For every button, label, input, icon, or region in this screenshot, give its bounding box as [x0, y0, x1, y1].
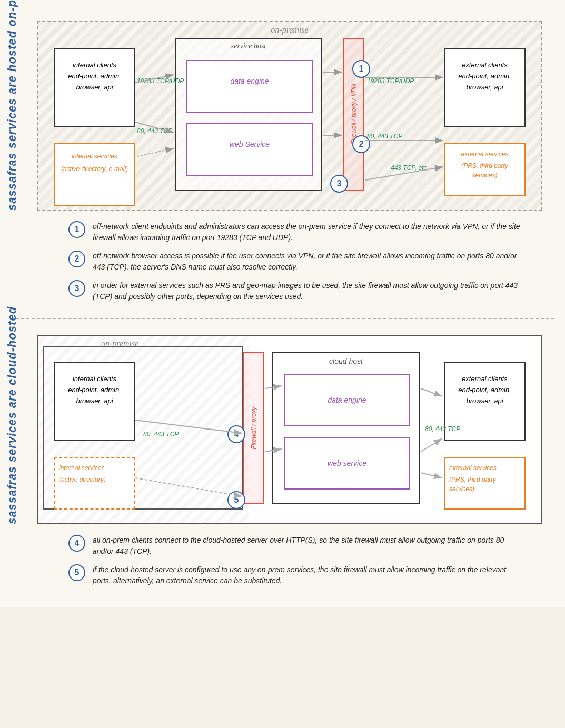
int-services-sub-1: (active directory, e-mail): [59, 164, 130, 174]
external-services-box-1: external services (PRS, third party serv…: [444, 143, 526, 196]
firewall-label-2: Firewall / proxy: [250, 407, 257, 450]
section-cloud-hosted: sassafras services are cloud-hosted on-p…: [5, 335, 560, 586]
annotation-item-5: 5 if the cloud-hosted server is configur…: [68, 564, 560, 586]
external-services-box-2: external services (PRS, third party serv…: [444, 457, 526, 510]
port-left-top-1: 19283 TCP/UDP: [137, 77, 184, 85]
internal-services-box-2: internal services (active directory): [54, 457, 135, 510]
side-label-2: sassafras services are cloud-hosted: [5, 345, 19, 524]
svg-line-16: [421, 438, 442, 452]
port-left-2: 80, 443 TCP: [143, 431, 179, 438]
ext-clients-line2-2: end-point, admin,: [450, 385, 519, 396]
ext-clients-line1-2: external clients: [450, 374, 519, 385]
service-host-label: service host: [231, 42, 266, 51]
circle-5-diagram: 5: [227, 491, 245, 509]
annotation-text-3: in order for external services such as P…: [93, 280, 524, 302]
annotation-item-1: 1 off-network client endpoints and admin…: [68, 221, 560, 243]
data-engine-label-1: data engine: [187, 61, 312, 85]
annotation-text-4: all on-prem clients connect to the cloud…: [93, 535, 524, 557]
circle-4-diagram: 4: [227, 425, 245, 443]
annotation-text-5: if the cloud-hosted server is configured…: [93, 564, 524, 586]
annotation-list-1: 1 off-network client endpoints and admin…: [68, 221, 560, 302]
int-clients-line2: end-point, admin,: [60, 71, 129, 82]
diagram-area-1: on-premise internal clients end-point, a…: [37, 21, 542, 211]
circle-2-diagram: 2: [352, 135, 370, 153]
int-clients-line3: browser, api: [60, 82, 129, 93]
ext-clients-line3-1: browser, api: [450, 82, 519, 93]
circle-3-diagram: 3: [330, 175, 348, 193]
page: sassafras services are hosted on-premise…: [0, 0, 565, 607]
ext-services-sub-2: (PRS, third party services): [449, 475, 520, 494]
firewall-label-1: Firewall / proxy / VPN: [350, 84, 358, 144]
ext-clients-line2-1: end-point, admin,: [450, 71, 519, 82]
int-clients-line1-2: internal clients: [60, 374, 129, 385]
svg-line-17: [421, 473, 442, 478]
annotation-circle-3: 3: [68, 280, 85, 297]
int-clients-line3-2: browser, api: [60, 396, 129, 407]
separator: [11, 318, 554, 319]
internal-services-box-1: internal services (active directory, e-m…: [54, 143, 135, 206]
internal-clients-box-2: internal clients end-point, admin, brows…: [54, 362, 135, 441]
annotation-item-3: 3 in order for external services such as…: [68, 280, 560, 302]
annotation-circle-4: 4: [68, 535, 85, 552]
annotation-circle-5: 5: [68, 564, 85, 581]
cloud-host-label: cloud host: [273, 357, 419, 365]
web-service-box-1: web Service: [186, 123, 313, 176]
port-ext-services-1: 443 TCP, etc: [391, 164, 427, 172]
annotation-text-2: off-network browser access is possible i…: [93, 251, 524, 273]
annotation-circle-2: 2: [68, 251, 85, 267]
side-label-1: sassafras services are hosted on-premise: [5, 32, 19, 211]
external-clients-box-1: external clients end-point, admin, brows…: [444, 48, 526, 127]
cloud-host-box: cloud host data engine web service: [272, 352, 420, 504]
int-services-label-1: internal services: [59, 152, 130, 161]
web-service-label-2: web service: [328, 459, 366, 467]
on-premise-label-1: on-premise: [271, 25, 308, 35]
annotation-item-4: 4 all on-prem clients connect to the clo…: [68, 535, 560, 557]
circle-1-diagram: 1: [352, 60, 370, 78]
port-right-bottom-1: 80, 443 TCP: [367, 133, 402, 140]
port-right-2: 80, 443 TCP: [425, 425, 460, 433]
ext-clients-line3-2: browser, api: [450, 396, 519, 407]
int-clients-line1: internal clients: [60, 60, 129, 71]
annotation-list-2: 4 all on-prem clients connect to the clo…: [68, 535, 560, 586]
data-engine-box-1: data engine: [186, 60, 313, 113]
diagram-2: on-premise internal clients end-point, a…: [37, 335, 560, 524]
int-services-sub-2: (active directory): [59, 475, 130, 484]
annotation-circle-1: 1: [68, 221, 85, 238]
int-services-label-2: internal services: [59, 463, 130, 473]
firewall-box-2: Firewall / proxy: [243, 352, 264, 504]
int-clients-line2-2: end-point, admin,: [60, 385, 129, 396]
port-right-top-1: 19283 TCP/UDP: [367, 77, 414, 85]
service-host-box: service host data engine web Service: [175, 38, 322, 191]
diagram-area-2: on-premise internal clients end-point, a…: [37, 335, 542, 524]
annotation-item-2: 2 off-network browser access is possible…: [68, 251, 560, 273]
data-engine-label-2: data engine: [328, 396, 366, 404]
annotation-text-1: off-network client endpoints and adminis…: [93, 221, 524, 243]
port-left-bottom-1: 80, 443 TCP: [137, 127, 172, 135]
ext-clients-line1-1: external clients: [450, 60, 519, 71]
web-service-box-2: web service: [284, 437, 410, 490]
ext-services-sub-1: (PRS, third party services): [449, 161, 520, 180]
svg-line-15: [421, 388, 442, 396]
diagram-1: on-premise internal clients end-point, a…: [37, 21, 560, 211]
internal-clients-box-1: internal clients end-point, admin, brows…: [54, 48, 135, 127]
svg-line-9: [137, 148, 174, 156]
web-service-label-1: web Service: [187, 124, 312, 148]
section-on-premise: sassafras services are hosted on-premise…: [5, 21, 560, 302]
ext-services-label-2: external services: [449, 463, 520, 473]
data-engine-box-2: data engine: [284, 374, 410, 426]
ext-services-label-1: external services: [449, 149, 520, 159]
